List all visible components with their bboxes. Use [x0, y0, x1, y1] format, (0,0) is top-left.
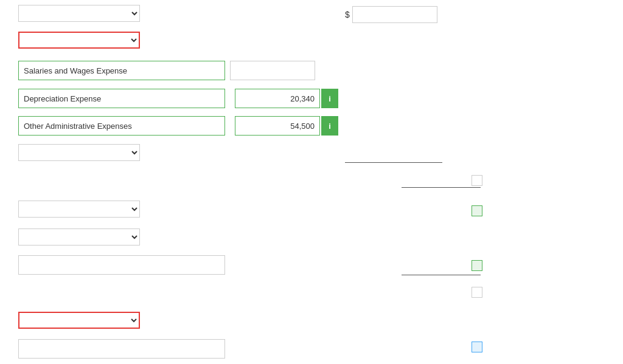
other-admin-info-button[interactable]: i	[321, 116, 338, 136]
depreciation-info-button[interactable]: i	[321, 89, 338, 108]
dollar-input-1[interactable]	[352, 6, 437, 23]
underline-input-1[interactable]	[345, 146, 442, 163]
checkbox-1[interactable]	[472, 175, 482, 186]
salaries-label: Salaries and Wages Expense	[18, 61, 225, 80]
green-box-1	[472, 205, 482, 216]
text-input-2[interactable]	[18, 339, 225, 359]
dropdown-6-red[interactable]	[18, 312, 140, 329]
dropdown-5[interactable]	[18, 228, 140, 246]
text-input-1[interactable]	[18, 255, 225, 275]
dropdown-2-red[interactable]	[18, 32, 140, 49]
dropdown-1[interactable]	[18, 5, 140, 22]
dropdown-3[interactable]	[18, 144, 140, 161]
depreciation-label: Depreciation Expense	[18, 89, 225, 108]
other-admin-label: Other Administrative Expenses	[18, 116, 225, 136]
depreciation-value: 20,340	[235, 89, 320, 108]
blue-box-1	[472, 342, 482, 352]
green-box-2	[472, 260, 482, 271]
salaries-input[interactable]	[230, 61, 315, 80]
other-admin-value: 54,500	[235, 116, 320, 136]
dropdown-4[interactable]	[18, 201, 140, 218]
checkbox-2[interactable]	[472, 287, 482, 298]
dollar-sign-1: $	[345, 10, 350, 19]
